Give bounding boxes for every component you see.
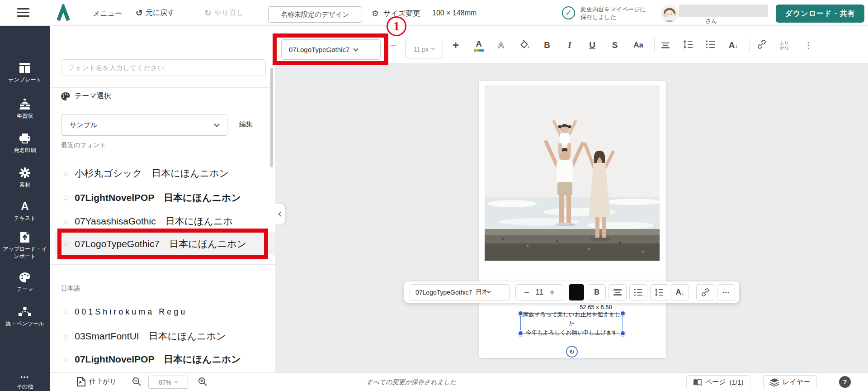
header-divider [257,5,257,20]
bullet-list-button[interactable] [706,40,716,51]
favorite-star-icon[interactable]: ☆ [62,332,69,341]
bold-button[interactable]: B [544,40,550,50]
sidebar-item-theme[interactable]: テーマ [0,272,50,293]
font-row[interactable]: ☆ 小杉丸ゴシック 日本にほんニホン [55,162,275,185]
font-row[interactable]: ☆ 07LightNovelPOP 日本にほんニホン [55,348,275,371]
letter-spacing-button[interactable]: A↓ [671,284,689,300]
zoom-in-button[interactable] [198,377,208,388]
menu-button[interactable]: メニュー [93,9,122,19]
favorite-star-icon[interactable]: ☆ [62,217,69,226]
font-row[interactable]: ☆ 07YasashisaGothic 日本にほんニホ [55,210,275,233]
bullet-list-button[interactable] [629,284,647,300]
favorite-star-icon[interactable]: ☆ [62,193,69,203]
family-beach-photo[interactable] [485,85,660,261]
font-size-increase-button[interactable]: + [453,39,459,52]
panel-divider [50,87,275,88]
sidebar-item-nengajo[interactable]: 年賀状 [0,98,50,119]
font-size-decrease-button[interactable]: − [391,39,396,51]
bold-button[interactable]: B [588,284,606,300]
chevron-down-icon [431,46,435,50]
line-spacing-button[interactable] [650,284,668,300]
more-options-button[interactable]: ⋯ [717,284,735,300]
user-name-suffix: さん [705,17,717,25]
text-case-button[interactable]: Aa [633,41,643,50]
font-family-select[interactable]: 07LogoTypeGothic7 [281,39,381,60]
text-color-swatch[interactable] [569,284,584,300]
favorite-star-icon[interactable]: ☆ [62,355,69,364]
paint-bucket-icon [519,39,530,50]
more-options-button[interactable]: ⋮ [804,40,813,51]
layers-button[interactable]: レイヤー [763,375,817,389]
zoom-level-select[interactable]: 87% [148,376,188,389]
selection-handle-bottom-right[interactable] [620,330,626,336]
bottom-status-bar: 仕上がり 87% すべての変更が保存されました [50,372,868,391]
strikethrough-button[interactable]: S [612,40,618,50]
font-size-select[interactable]: 11 px [405,40,443,58]
align-center-button[interactable] [609,284,627,300]
selection-handle-top-left[interactable] [518,310,524,316]
font-search-input[interactable] [61,59,266,76]
text-icon: A [0,200,50,212]
panel-scrollbar[interactable] [270,68,273,167]
sidebar-item-elements[interactable]: 素材 [0,167,50,188]
sidebar-item-text[interactable]: A テキスト [0,200,50,222]
design-name-input[interactable]: 名称未設定のデザイン [268,6,362,23]
align-center-button[interactable] [661,41,670,50]
letter-spacing-button[interactable]: A↓ [729,40,738,50]
pages-button[interactable]: ページ (1/1) [686,375,750,389]
floating-font-select[interactable]: 07LogoTypeGothic7 日本 [410,284,510,300]
chevron-left-icon [278,211,283,216]
zoom-out-button[interactable] [132,377,142,388]
furigana-button[interactable]: ふり がな [780,40,789,50]
font-row[interactable]: ☆ 03SmartFontUI 日本にほんニホン [55,325,275,348]
increase-button[interactable]: + [549,287,555,298]
text-outline-button[interactable]: A [498,40,504,50]
sidebar-item-template[interactable]: テンプレート [0,62,50,83]
app-logo[interactable] [54,4,72,24]
rotate-handle[interactable]: ↻ [566,346,578,358]
design-canvas[interactable]: HAPPY NEW YEAR 07LogoTypeGothic7 日本 − 11… [275,63,868,372]
element-dimension-label: 52.65 x 6.58 [551,304,641,310]
undo-button[interactable]: ↺ 元に戻す [136,8,175,18]
panel-collapse-button[interactable] [275,204,285,224]
left-sidebar: テンプレート 年賀状 宛 [0,26,50,391]
font-row-selected[interactable]: ☆ 07LogoTypeGothic7 日本にほんニホン [55,233,275,255]
link-button[interactable] [696,284,714,300]
user-avatar[interactable] [660,5,679,23]
download-share-button[interactable]: ダウンロード・共有 [776,5,864,23]
sidebar-item-pen-tools[interactable]: 線・ペンツール [0,306,50,327]
line-spacing-button[interactable] [683,40,693,51]
sidebar-item-address-print[interactable]: 宛名印刷 [0,133,50,154]
theme-select-dropdown[interactable]: サンプル [61,114,227,136]
text-color-button[interactable]: A [474,39,484,52]
link-button[interactable] [757,39,767,51]
layers-icon [770,378,779,386]
help-button[interactable]: ? [839,376,851,388]
resize-button[interactable]: サイズ変更 [383,9,420,19]
decrease-button[interactable]: − [524,287,529,298]
selected-text-element[interactable]: 家族そろって楽しいお正月を迎えました 今年もよろしくお願い申し上げます [520,313,623,334]
template-icon [0,62,50,74]
chevron-down-icon [214,121,220,127]
theme-edit-button[interactable]: 編集 [239,120,253,129]
font-row[interactable]: ☆ 001Shirokuma Regu [55,300,275,323]
italic-button[interactable]: I [568,40,571,50]
palette-icon [0,272,50,283]
floating-font-size-control[interactable]: − 11 + [515,284,563,300]
design-size-value: 100 × 148mm [432,9,476,17]
sidebar-item-more[interactable]: ••• その他 [0,373,50,390]
favorite-star-icon[interactable]: ☆ [62,169,69,178]
preview-page-icon [77,377,85,386]
favorite-star-icon[interactable]: ☆ [62,239,69,249]
selection-handle-bottom-left[interactable] [518,330,524,336]
underline-button[interactable]: U [589,40,595,50]
favorite-star-icon[interactable]: ☆ [62,307,69,317]
hamburger-menu-icon[interactable] [17,8,29,17]
background-fill-button[interactable] [519,39,530,52]
redo-button[interactable]: ↻ やり直し [204,8,244,18]
font-row[interactable]: ☆ 07LightNovelPOP 日本にほんニホン [55,186,275,209]
printer-icon [0,133,50,144]
finish-preview-button[interactable]: 仕上がり [77,377,117,386]
sidebar-item-upload-import[interactable]: アップロード・インポート [0,231,50,260]
selection-handle-top-right[interactable] [620,310,626,316]
